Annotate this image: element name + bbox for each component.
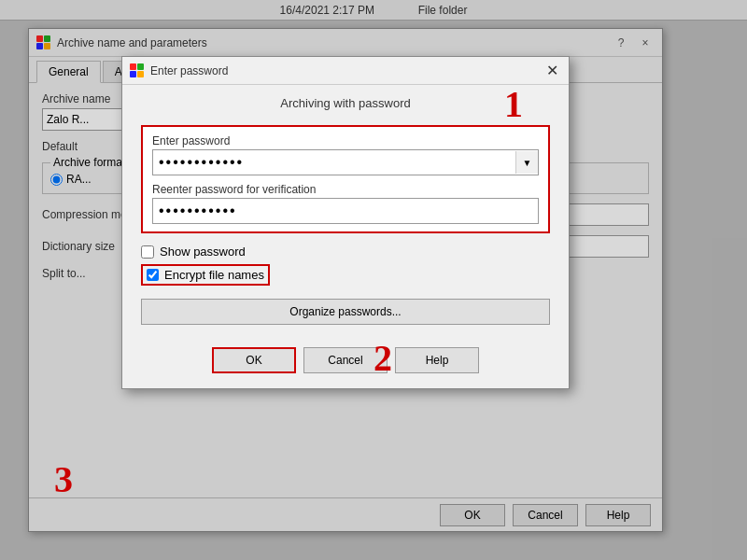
dialog-footer: OK Cancel Help [122, 340, 569, 388]
password-field-row: ▼ [152, 149, 539, 175]
dialog-close-button[interactable]: ✕ [543, 62, 561, 80]
dialog-header: Archiving with password [122, 85, 569, 118]
dialog-ok-button[interactable]: OK [212, 347, 296, 373]
dialog-body: Enter password ▼ Reenter password for ve… [122, 118, 569, 340]
password-dialog: Enter password ✕ Archiving with password… [121, 56, 570, 389]
reenter-password-label: Reenter password for verification [152, 183, 539, 196]
reenter-password-input[interactable] [152, 198, 539, 224]
show-password-row: Show password [141, 245, 550, 259]
show-password-label[interactable]: Show password [160, 245, 246, 259]
password-input[interactable] [153, 150, 515, 175]
dialog-help-button[interactable]: Help [395, 347, 479, 373]
encrypt-filenames-checkbox[interactable] [147, 269, 159, 281]
dialog-title: Enter password [150, 64, 537, 77]
show-password-checkbox[interactable] [141, 245, 154, 259]
checkboxes-section: Show password Encrypt file names [141, 241, 550, 286]
dialog-winrar-icon [130, 63, 145, 78]
encrypt-filenames-label[interactable]: Encrypt file names [164, 268, 264, 282]
password-dropdown-button[interactable]: ▼ [515, 151, 538, 174]
organize-passwords-button[interactable]: Organize passwords... [141, 299, 550, 325]
dialog-titlebar: Enter password ✕ [122, 57, 569, 85]
password-section: Enter password ▼ Reenter password for ve… [141, 125, 550, 233]
encrypt-filenames-row: Encrypt file names [141, 264, 270, 286]
enter-password-label: Enter password [152, 134, 539, 147]
dialog-cancel-button[interactable]: Cancel [303, 347, 388, 373]
